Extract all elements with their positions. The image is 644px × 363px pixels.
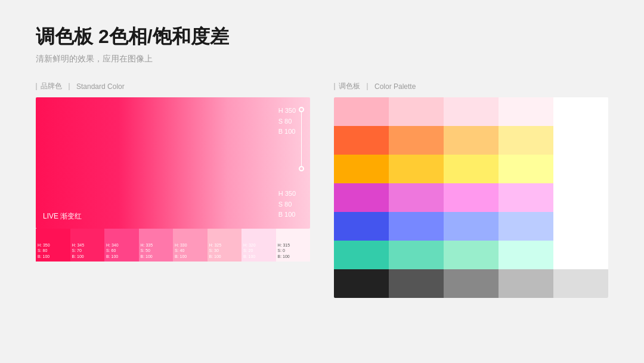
color-swatch: H: 335S: 50B: 100 [139, 229, 174, 262]
palette-cell [389, 183, 444, 212]
palette-cell [553, 155, 608, 183]
palette-cell [444, 241, 499, 269]
swatch-label: H: 350S: 80B: 100 [38, 242, 50, 260]
palette-cell [389, 269, 444, 298]
palette-row [334, 241, 608, 269]
gradient-rectangle: LIVE 渐变红 H 350 S 80 B 100 [36, 97, 310, 229]
palette-cell [334, 97, 389, 126]
palette-cell [444, 126, 499, 155]
swatch-label: H: 345S: 70B: 100 [72, 242, 85, 260]
color-swatch: H: 330S: 40B: 100 [173, 229, 208, 262]
palette-cell [389, 126, 444, 155]
palette-row [334, 269, 608, 298]
gradient-section: LIVE 渐变红 H 350 S 80 B 100 [36, 97, 310, 262]
palette-cell [553, 269, 608, 298]
palette-cell [499, 241, 553, 269]
color-swatch: H: 325S: 30B: 100 [208, 229, 242, 262]
swatches-row: H: 350S: 80B: 100H: 345S: 70B: 100H: 340… [36, 229, 310, 262]
palette-row [334, 155, 608, 183]
palette-cell [334, 155, 389, 183]
color-swatch: H: 320S: 20B: 100 [242, 229, 276, 262]
color-swatch: H: 340S: 60B: 100 [104, 229, 139, 262]
top-annotation [299, 107, 304, 171]
palette-cell [334, 212, 389, 241]
palette-cell [444, 183, 499, 212]
label-bar-right [334, 83, 335, 90]
palette-cell [499, 183, 553, 212]
color-swatch: H: 345S: 70B: 100 [70, 229, 105, 262]
palette-cell [444, 97, 499, 126]
palette-cell [499, 97, 553, 126]
swatch-label: H: 335S: 50B: 100 [141, 242, 153, 260]
palette-cell [334, 126, 389, 155]
palette-cell [444, 212, 499, 241]
swatch-label: H: 325S: 30B: 100 [209, 242, 222, 260]
swatch-label: H: 330S: 40B: 100 [175, 242, 187, 260]
palette-row [334, 126, 608, 155]
swatch-label: H: 315S: 0B: 100 [278, 242, 290, 260]
swatch-label: H: 320S: 20B: 100 [243, 242, 256, 260]
palette-cell [389, 241, 444, 269]
bottom-dot [299, 166, 304, 171]
page-subtitle: 清新鲜明的效果，应用在图像上 [36, 54, 608, 64]
color-swatch: H: 315S: 0B: 100 [276, 229, 311, 262]
palette-cell [553, 97, 608, 126]
live-label: LIVE 渐变红 [43, 211, 82, 222]
palette-row [334, 97, 608, 126]
palette-cell [334, 183, 389, 212]
palette-cell [553, 212, 608, 241]
bottom-hsb-label: H 350 S 80 B 100 [278, 189, 296, 220]
page-title: 调色板 2色相/饱和度差 [36, 24, 608, 50]
right-panel: 调色板 ｜ Color Palette [334, 81, 608, 298]
left-panel: 品牌色 ｜ Standard Color LIVE 渐变红 [36, 81, 310, 262]
annotation-line [301, 112, 302, 166]
palette-cell [334, 269, 389, 298]
palette-cell [389, 155, 444, 183]
palette-row [334, 183, 608, 212]
palette-cell [334, 241, 389, 269]
palette-cell [444, 269, 499, 298]
swatch-label: H: 340S: 60B: 100 [106, 242, 119, 260]
palette-cell [499, 155, 553, 183]
top-hsb-label: H 350 S 80 B 100 [278, 106, 296, 137]
palette-cell [499, 212, 553, 241]
palette-cell [499, 269, 553, 298]
palette-cell [389, 97, 444, 126]
palette-cell [553, 241, 608, 269]
palette-cell [389, 212, 444, 241]
brand-color-label: 品牌色 ｜ Standard Color [36, 81, 310, 91]
palette-cell [553, 183, 608, 212]
palette-row [334, 212, 608, 241]
content-row: 品牌色 ｜ Standard Color LIVE 渐变红 [36, 81, 608, 298]
palette-cell [553, 126, 608, 155]
top-dot [299, 107, 304, 112]
palette-label: 调色板 ｜ Color Palette [334, 81, 608, 91]
palette-grid [334, 97, 608, 298]
color-swatch: H: 350S: 80B: 100 [36, 229, 70, 262]
page: 调色板 2色相/饱和度差 清新鲜明的效果，应用在图像上 品牌色 ｜ Standa… [0, 0, 644, 363]
palette-cell [444, 155, 499, 183]
palette-cell [499, 126, 553, 155]
label-bar [36, 83, 37, 90]
